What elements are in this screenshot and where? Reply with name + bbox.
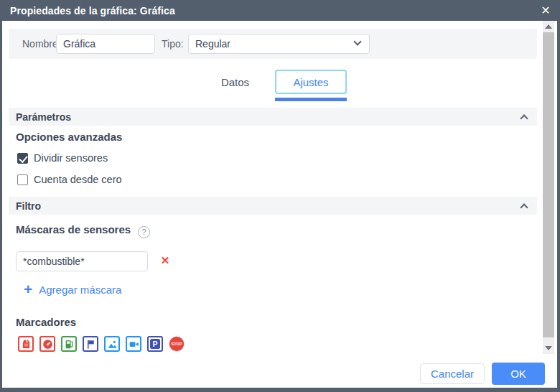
tab-datos[interactable]: Datos [197,70,273,94]
tab-ajustes[interactable]: Ajustes [275,70,347,94]
tab-datos-label: Datos [221,76,249,88]
name-type-form-row: Nombre: Tipo: Regular [9,29,537,59]
active-tab-underline [275,98,347,101]
svg-text:STOP: STOP [171,342,182,346]
flag-icon[interactable] [83,336,98,352]
type-select[interactable]: Regular [188,34,370,54]
section-title: Parámetros [16,111,71,123]
marker-icons-row: P STOP [18,336,185,352]
tab-ajustes-label: Ajustes [293,76,328,88]
name-label: Nombre: [22,38,61,50]
dialog-titlebar: Propiedades de la gráfica: Gráfica ✕ [0,0,560,21]
sensor-masks-heading-text: Máscaras de sensores [16,223,131,235]
section-header-parametros[interactable]: Parámetros [9,108,537,126]
section-header-filtro[interactable]: Filtro [9,197,537,215]
markers-heading: Marcadores [16,316,76,328]
section-title: Filtro [16,200,41,212]
sensor-masks-heading: Máscaras de sensores? [16,223,150,238]
sensor-mask-input[interactable] [16,251,148,271]
stop-icon[interactable]: STOP [169,336,185,352]
checkbox-checked-icon[interactable] [17,153,28,164]
checkbox-dividir-sensores[interactable]: Dividir sensores [17,151,108,165]
add-mask-label: Agregar máscara [39,284,121,296]
fuel-can-icon[interactable] [18,336,34,352]
type-select-value: Regular [195,38,230,50]
checkbox-cuenta-desde-cero[interactable]: Cuenta desde cero [17,172,122,187]
help-icon[interactable]: ? [138,226,150,238]
chevron-down-icon [353,37,361,45]
add-mask-button[interactable]: + Agregar máscara [24,282,121,297]
svg-text:P: P [152,340,157,348]
scroll-up-arrow-icon[interactable] [545,24,552,29]
fuel-pump-icon[interactable] [61,336,77,352]
close-icon[interactable]: ✕ [537,2,554,19]
parking-icon[interactable]: P [147,336,163,352]
checkbox-label: Dividir sensores [34,152,108,164]
chart-properties-dialog: Propiedades de la gráfica: Gráfica ✕ Nom… [0,0,560,392]
checkbox-label: Cuenta desde cero [34,174,122,185]
vertical-scrollbar[interactable] [543,21,554,354]
checkbox-unchecked-icon[interactable] [17,174,28,185]
video-icon[interactable] [126,336,141,352]
ok-button[interactable]: OK [492,363,545,385]
dialog-title: Propiedades de la gráfica: Gráfica [0,5,175,17]
scroll-down-arrow-icon[interactable] [545,346,552,350]
scrollbar-thumb[interactable] [543,32,554,337]
dialog-content: Nombre: Tipo: Regular Datos Ajustes Pará… [2,21,557,388]
plus-icon: + [24,282,32,297]
chevron-up-icon [520,114,528,122]
cancel-button[interactable]: Cancelar [420,363,485,384]
delete-mask-icon[interactable]: ✕ [158,253,172,268]
image-icon[interactable] [104,336,120,352]
advanced-options-heading: Opciones avanzadas [16,131,122,143]
chevron-up-icon [520,203,528,211]
name-input[interactable] [56,34,155,54]
speedometer-icon[interactable] [39,336,55,352]
type-label: Tipo: [162,38,184,50]
